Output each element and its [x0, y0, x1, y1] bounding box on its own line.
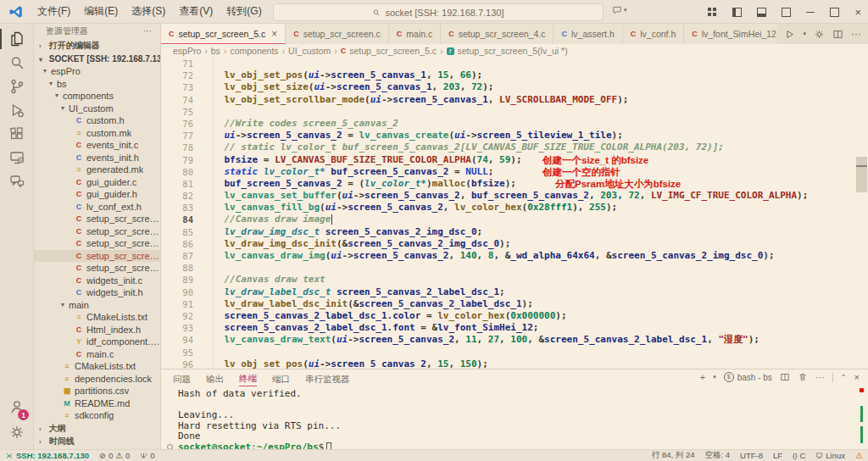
tree-item[interactable]: ≡custom.mk — [34, 127, 160, 140]
terminal-dropdown-chevron[interactable]: ▾ — [713, 374, 716, 380]
toggle-panel-button[interactable] — [757, 8, 766, 17]
editor-tab[interactable]: Clv_conf.h — [623, 24, 685, 44]
split-editor-button[interactable] — [832, 29, 843, 40]
tree-item[interactable]: Cgui_guider.c — [34, 176, 160, 189]
tree-item[interactable]: ▾UI_custom — [34, 103, 160, 115]
outline-section[interactable]: › 大纲 — [34, 422, 160, 435]
run-dropdown-chevron[interactable]: ▾ — [803, 31, 806, 37]
split-terminal-button[interactable] — [780, 372, 790, 382]
terminal-output[interactable]: Hash of data verified. Leaving...Hard re… — [178, 389, 341, 453]
minimize-button[interactable] — [806, 12, 815, 13]
tree-item[interactable]: Cevents_init.h — [34, 152, 160, 164]
breadcrumb-folder[interactable]: UI_custom — [288, 46, 331, 56]
tree-item[interactable]: ▾bs — [34, 78, 160, 91]
breadcrumb-folder[interactable]: components — [230, 46, 278, 56]
menu-item[interactable]: 转到(G) — [220, 4, 268, 19]
settings-gear-button[interactable] — [0, 420, 34, 444]
tree-item[interactable]: MREADME.md — [34, 397, 160, 410]
tree-item[interactable]: ▦partitions.csv — [34, 385, 160, 397]
tree-item[interactable]: ≡CMakeLists.txt — [34, 360, 160, 373]
tree-item[interactable]: Cevents_init.c — [34, 139, 160, 152]
kill-terminal-trash-icon[interactable] — [798, 372, 808, 382]
language-mode[interactable]: {} C — [787, 451, 810, 460]
tree-item[interactable]: Ccustom.h — [34, 114, 160, 127]
maximize-panel-button[interactable]: ⌃ — [841, 374, 847, 381]
indentation-setting[interactable]: 空格: 4 — [700, 450, 736, 461]
tree-item[interactable]: Csetup_scr_screen_5.c — [34, 250, 160, 263]
remote-explorer-activity-button[interactable] — [0, 146, 34, 169]
menu-item[interactable]: 选择(S) — [125, 4, 172, 19]
panel-tab[interactable]: 问题 — [173, 374, 191, 386]
workspace-root[interactable]: ▾ SOCKET [SSH: 192.168.7.130] — [34, 53, 160, 65]
new-terminal-button[interactable]: + — [700, 372, 705, 382]
panel-more-actions[interactable]: ··· — [815, 372, 825, 382]
tree-item[interactable]: ▾espPro — [34, 65, 160, 78]
panel-tab[interactable]: 串行监视器 — [305, 374, 350, 386]
source-control-activity-button[interactable] — [0, 75, 34, 98]
maximize-button[interactable] — [830, 8, 839, 17]
panel-tab[interactable]: 端口 — [272, 374, 290, 386]
tree-item[interactable]: ≡generated.mk — [34, 164, 160, 176]
close-window-button[interactable]: × — [854, 7, 861, 18]
breadcrumb-file[interactable]: setup_scr_screen_5.c — [349, 46, 437, 56]
panel-tab[interactable]: 输出 — [206, 374, 224, 386]
menu-item[interactable]: 编辑(E) — [77, 4, 125, 19]
customize-layout-button[interactable] — [708, 8, 717, 17]
tree-item[interactable]: ▾components — [34, 90, 160, 103]
tree-item[interactable]: Csetup_scr_screen_4.c — [34, 237, 160, 250]
run-debug-activity-button[interactable] — [0, 98, 34, 122]
command-center-search[interactable]: socket [SSH: 192.168.7.130] — [273, 3, 604, 21]
tree-item[interactable]: Clv_conf_ext.h — [34, 201, 160, 214]
search-activity-button[interactable] — [0, 51, 34, 75]
tree-item[interactable]: Cwidgets_init.h — [34, 286, 160, 299]
open-editors-section[interactable]: › 打开的编辑器 — [34, 39, 160, 53]
tree-item[interactable]: Yidf_component.yml — [34, 336, 160, 348]
os-indicator[interactable]: Linux — [810, 451, 850, 460]
chat-activity-button[interactable] — [0, 169, 34, 193]
panel-tab[interactable]: 终端 — [239, 373, 257, 386]
terminal-instance-item[interactable]: $ bash - bs — [724, 372, 772, 382]
extensions-activity-button[interactable] — [0, 122, 34, 146]
breadcrumb-symbol[interactable]: setup_scr_screen_5(lv_ui *) — [458, 46, 568, 56]
close-panel-button[interactable]: × — [854, 372, 860, 382]
editor-tab[interactable]: Csetup_scr_screen_4.c — [441, 24, 554, 44]
eol-setting[interactable]: LF — [768, 451, 787, 460]
tree-item[interactable]: CHtml_index.h — [34, 324, 160, 336]
breadcrumb-folder[interactable]: bs — [211, 46, 220, 56]
tree-item[interactable]: Cgui_guider.h — [34, 188, 160, 201]
tree-item[interactable]: ≡sdkconfig — [34, 409, 160, 422]
tree-item[interactable]: Csetup_scr_screen_3.c — [34, 225, 160, 238]
remote-indicator[interactable]: SSH: 192.168.7.130 — [0, 451, 94, 460]
editor-tab[interactable]: Clv_font_SimHei_12.c — [684, 24, 792, 44]
sidebar-more-actions[interactable]: ··· — [143, 24, 152, 39]
editor-tab[interactable]: Cmain.c — [389, 24, 441, 44]
gear-icon[interactable] — [814, 29, 825, 40]
more-actions-button[interactable]: ··· — [851, 28, 861, 40]
tree-item[interactable]: Csetup_scr_screen.c — [34, 262, 160, 275]
editor-scrollbar[interactable] — [856, 157, 867, 192]
tree-item[interactable]: ≡CMakeLists.txt — [34, 311, 160, 324]
toggle-sidebar-button[interactable] — [732, 8, 742, 17]
tree-item[interactable]: Csetup_scr_screen_2.c — [34, 213, 160, 225]
tree-item[interactable]: ▾main — [34, 299, 160, 312]
menu-item[interactable]: 查看(V) — [172, 4, 220, 19]
editor-tab[interactable]: Csetup_scr_screen_5.c× — [161, 24, 286, 44]
timeline-section[interactable]: › 时间线 — [34, 435, 160, 447]
menu-item[interactable]: 文件(F) — [31, 4, 77, 19]
close-icon[interactable]: × — [271, 28, 277, 40]
toggle-secondary-sidebar-button[interactable] — [782, 8, 791, 17]
tree-item[interactable]: Cwidgets_init.c — [34, 275, 160, 287]
editor-tab[interactable]: Clv_assert.h — [554, 24, 622, 44]
accounts-button[interactable]: 1 — [0, 395, 34, 419]
cursor-position[interactable]: 行 84, 列 24 — [647, 450, 700, 461]
encoding-setting[interactable]: UTF-8 — [735, 451, 768, 460]
code-editor[interactable]: 7172 lv_obj_set_pos(ui->screen_5_canvas_… — [161, 58, 868, 369]
problems-indicator[interactable]: ⊘ 0 ⚠ 0 — [94, 451, 135, 460]
tree-item[interactable]: Cmain.c — [34, 348, 160, 361]
explorer-activity-button[interactable] — [0, 27, 34, 51]
editor-tab[interactable]: Csetup_scr_screen.c — [286, 24, 389, 44]
tree-item[interactable]: ≡dependencies.lock — [34, 373, 160, 386]
breadcrumb-folder[interactable]: espPro — [173, 46, 201, 56]
ports-indicator[interactable]: 0 — [135, 451, 159, 460]
feedback-button[interactable]: ▾ — [612, 5, 627, 15]
